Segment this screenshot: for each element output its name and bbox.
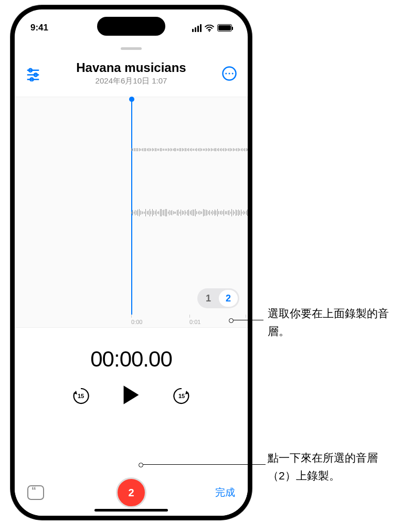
time-ruler: 0:00 0:01 <box>15 315 248 327</box>
record-layer-badge: 2 <box>128 487 134 499</box>
ruler-tick: 0:01 <box>189 315 200 325</box>
callout-layer-select: 選取你要在上面錄製的音層。 <box>268 305 402 340</box>
phone-frame: 9:41 Havana musicians 2024年6月10日 1 <box>10 5 252 520</box>
recording-title: Havana musicians <box>41 60 221 75</box>
record-button[interactable]: 2 <box>116 477 146 508</box>
transport-controls: 15 15 <box>15 384 248 408</box>
status-right <box>192 24 232 32</box>
waveform-area[interactable]: for(let i=0;i<90;i++){let h=3+Math.rando… <box>15 97 248 328</box>
more-options-icon[interactable] <box>221 66 237 81</box>
status-time: 9:41 <box>30 23 48 33</box>
phone-screen: 9:41 Havana musicians 2024年6月10日 1 <box>15 9 248 516</box>
skip-back-seconds: 15 <box>78 393 84 399</box>
skip-back-15-button[interactable]: 15 <box>71 387 90 405</box>
play-button[interactable] <box>122 384 141 408</box>
callout-line <box>141 464 266 465</box>
callout-line <box>231 320 263 320</box>
title-block: Havana musicians 2024年6月10日 1:07 <box>41 60 221 86</box>
bottom-row: 2 完成 <box>15 485 248 500</box>
waveform-layer-2: for(let i=0;i<90;i++){let h=3+Math.rando… <box>131 202 248 223</box>
svg-point-0 <box>209 30 210 32</box>
settings-sliders-icon[interactable] <box>25 66 41 81</box>
done-button[interactable]: 完成 <box>215 486 235 499</box>
wifi-icon <box>205 24 214 32</box>
callout-record: 點一下來在所選的音層（2）上錄製。 <box>268 449 402 484</box>
transcript-icon[interactable] <box>27 485 44 500</box>
skip-fwd-seconds: 15 <box>178 393 185 399</box>
battery-icon <box>217 24 232 32</box>
ruler-tick: 0:00 <box>131 315 142 325</box>
recording-subtitle: 2024年6月10日 1:07 <box>41 76 221 86</box>
header-row: Havana musicians 2024年6月10日 1:07 <box>15 50 248 86</box>
home-indicator[interactable] <box>94 509 168 512</box>
cellular-icon <box>192 24 202 32</box>
elapsed-time: 00:00.00 <box>15 347 248 372</box>
svg-point-9 <box>229 72 230 74</box>
app-content: Havana musicians 2024年6月10日 1:07 for(let… <box>15 47 248 516</box>
waveform-layer-1: for(let i=0;i<90;i++){let h=3+Math.rando… <box>131 139 248 160</box>
skip-forward-15-button[interactable]: 15 <box>172 387 191 405</box>
layer-1-button[interactable]: 1 <box>199 290 218 307</box>
ruler-tick <box>246 315 246 319</box>
dynamic-island <box>97 17 165 36</box>
layer-2-button[interactable]: 2 <box>219 290 238 307</box>
svg-point-10 <box>232 72 234 74</box>
layer-selector: 1 2 <box>197 288 239 308</box>
svg-point-8 <box>225 72 227 74</box>
